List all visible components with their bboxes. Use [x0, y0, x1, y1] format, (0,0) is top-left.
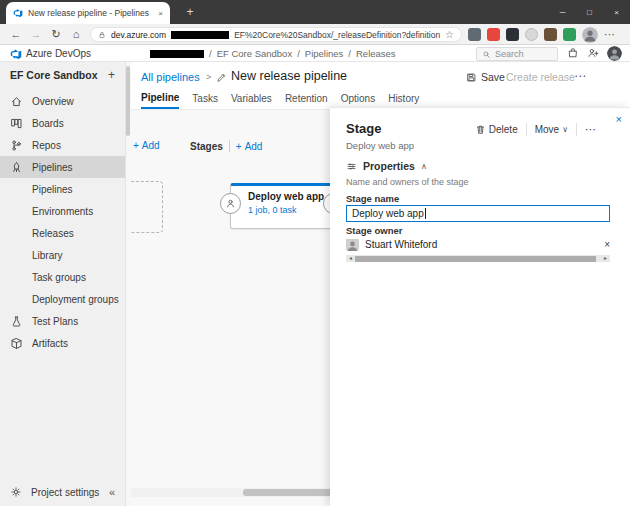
browser-extension-icon-5[interactable] [544, 28, 557, 41]
divider [526, 123, 527, 136]
remove-owner-icon[interactable]: × [604, 239, 610, 250]
invite-user-icon[interactable] [587, 47, 599, 59]
add-stage-button[interactable]: + Add [236, 141, 263, 152]
pipelines-rocket-icon [10, 161, 23, 174]
sidebar-item-pipelines[interactable]: Pipelines [0, 156, 125, 178]
properties-icon [346, 161, 357, 172]
tab-close-icon[interactable]: × [158, 9, 163, 18]
browser-menu-icon[interactable]: ⋯ [604, 28, 615, 41]
tab-tasks[interactable]: Tasks [192, 88, 218, 109]
artifacts-package-icon [10, 337, 23, 350]
sidebar-item-library[interactable]: Library [0, 244, 125, 266]
breadcrumb-item-releases[interactable]: Releases [356, 48, 396, 59]
sidebar-scrollbar-thumb[interactable] [126, 66, 130, 136]
window-minimize-button[interactable]: ─ [549, 0, 576, 24]
tab-retention[interactable]: Retention [285, 88, 328, 109]
owner-scrollbar-thumb[interactable] [355, 256, 596, 262]
stages-label: Stages [190, 141, 223, 152]
owner-picker-scrollbar[interactable]: ◄ ► [346, 255, 610, 262]
browser-extension-icon-1[interactable] [468, 28, 481, 41]
tab-variables[interactable]: Variables [231, 88, 272, 109]
sidebar-item-overview[interactable]: Overview [0, 90, 125, 112]
sidebar-item-pipelines-sub[interactable]: Pipelines [0, 178, 125, 200]
browser-extension-icon-3[interactable] [506, 28, 519, 41]
scroll-left-arrow-icon[interactable]: ◄ [348, 255, 353, 262]
stage-panel: × Stage Deploy web app Delete Move ∨ ⋯ P… [330, 107, 630, 506]
browser-extension-icon-6[interactable] [563, 28, 576, 41]
delete-stage-button[interactable]: Delete [475, 124, 518, 135]
address-bar[interactable]: dev.azure.com EF%20Core%20Sandbox/_relea… [90, 27, 462, 42]
sidebar-item-deployment-groups[interactable]: Deployment groups [0, 288, 125, 310]
azure-devops-logo-icon[interactable] [10, 48, 22, 60]
add-artifact-button[interactable]: + Add [133, 140, 160, 151]
create-release-button[interactable]: Create release [506, 71, 575, 83]
extensions-row: ⋯ [468, 26, 615, 43]
pre-deployment-conditions-button[interactable] [220, 193, 241, 214]
stage-card-jobs-link[interactable]: 1 job, 0 task [248, 205, 327, 215]
stage-owner-value: Stuart Whiteford [365, 239, 598, 250]
breadcrumb-separator: / [297, 48, 300, 59]
breadcrumb-item-pipelines[interactable]: Pipelines [305, 48, 344, 59]
project-name[interactable]: EF Core Sandbox [10, 69, 108, 81]
add-stage-label: Add [245, 141, 263, 152]
browser-profile-avatar[interactable] [582, 27, 598, 43]
pipeline-title[interactable]: New release pipeline [231, 69, 347, 83]
project-settings-label: Project settings [31, 487, 99, 498]
browser-extension-icon-4[interactable] [525, 28, 538, 41]
move-stage-button[interactable]: Move ∨ [535, 124, 568, 135]
properties-section-header[interactable]: Properties ∧ [346, 160, 427, 172]
sidebar-item-label: Releases [32, 228, 74, 239]
more-actions-icon[interactable]: ⋯ [574, 69, 586, 83]
all-pipelines-link[interactable]: All pipelines [141, 71, 200, 83]
save-button[interactable]: Save [466, 71, 505, 83]
user-avatar[interactable] [607, 46, 622, 61]
window-close-button[interactable]: × [603, 0, 630, 24]
panel-more-icon[interactable]: ⋯ [585, 123, 596, 136]
refresh-icon[interactable]: ↻ [48, 24, 64, 44]
new-tab-button[interactable]: + [182, 4, 198, 20]
sidebar-item-boards[interactable]: Boards [0, 112, 125, 134]
scroll-right-arrow-icon[interactable]: ► [603, 255, 608, 262]
person-icon [225, 198, 236, 209]
project-settings[interactable]: Project settings « [0, 478, 125, 506]
back-icon[interactable]: ← [8, 24, 24, 44]
artifact-placeholder[interactable] [131, 181, 163, 233]
sidebar-item-artifacts[interactable]: Artifacts [0, 332, 125, 354]
breadcrumb: / EF Core Sandbox / Pipelines / Releases [150, 45, 396, 62]
search-input[interactable] [495, 49, 552, 59]
browser-extension-icon-2[interactable] [487, 28, 500, 41]
sidebar-item-releases[interactable]: Releases [0, 222, 125, 244]
close-panel-icon[interactable]: × [616, 113, 622, 125]
stage-card[interactable]: Deploy web app 1 job, 0 task [230, 183, 334, 229]
devops-favicon-icon [13, 8, 23, 18]
browser-tabstrip: New release pipeline - Pipelines × + ─ □… [0, 0, 630, 24]
tab-pipeline[interactable]: Pipeline [141, 88, 179, 109]
breadcrumb-item-project[interactable]: EF Core Sandbox [217, 48, 293, 59]
sidebar-item-label: Overview [32, 96, 74, 107]
home-icon[interactable]: ⌂ [68, 24, 84, 44]
browser-tab[interactable]: New release pipeline - Pipelines × [6, 2, 170, 24]
sidebar-item-label: Environments [32, 206, 93, 217]
canvas-scrollbar-thumb[interactable] [243, 489, 333, 496]
product-name[interactable]: Azure DevOps [26, 48, 91, 59]
window-controls: ─ □ × [549, 0, 630, 24]
text-caret [425, 208, 426, 219]
sidebar-item-task-groups[interactable]: Task groups [0, 266, 125, 288]
stage-owner-picker[interactable]: Stuart Whiteford × [346, 237, 610, 252]
search-box[interactable] [476, 47, 558, 61]
window-maximize-button[interactable]: □ [576, 0, 603, 24]
add-project-item-icon[interactable]: + [108, 68, 115, 82]
collapse-sidebar-icon[interactable]: « [109, 486, 115, 498]
favorite-star-icon[interactable]: ☆ [445, 29, 454, 40]
sidebar-item-test-plans[interactable]: Test Plans [0, 310, 125, 332]
sidebar-item-environments[interactable]: Environments [0, 200, 125, 222]
sidebar-item-repos[interactable]: Repos [0, 134, 125, 156]
stage-name-input[interactable]: Deploy web app [346, 205, 610, 222]
forward-icon[interactable]: → [28, 24, 44, 44]
tab-options[interactable]: Options [341, 88, 375, 109]
edit-name-icon[interactable] [216, 72, 227, 83]
tab-history[interactable]: History [388, 88, 419, 109]
marketplace-bag-icon[interactable] [567, 47, 579, 59]
owner-avatar [346, 238, 359, 251]
redaction-bar [150, 50, 204, 58]
